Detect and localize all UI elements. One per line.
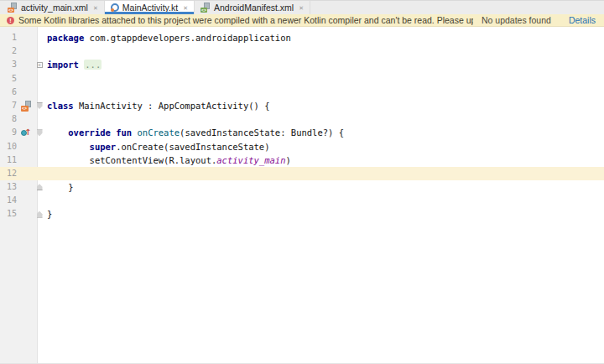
line-number: 7 (0, 99, 17, 112)
code-line[interactable]: 15} (0, 207, 604, 221)
gutter-icon-cell (17, 86, 35, 99)
line-number: 11 (0, 153, 17, 167)
fold-cell[interactable] (35, 58, 44, 71)
fold-marker-icon[interactable] (37, 102, 43, 109)
gutter-icon-cell (17, 180, 35, 194)
gutter-icon-cell (17, 167, 35, 180)
fold-cell (35, 140, 44, 153)
manifest-xml-file-icon (200, 3, 211, 13)
fold-cell[interactable] (35, 207, 44, 221)
line-number: 13 (0, 180, 17, 194)
gutter-icon-cell (17, 153, 35, 167)
line-number: 14 (0, 194, 17, 207)
close-tab-icon[interactable]: ✕ (183, 5, 188, 11)
layout-xml-file-icon (8, 3, 18, 13)
gutter-icon-cell (17, 72, 35, 86)
code-line[interactable]: 12 (0, 167, 604, 180)
details-link[interactable]: Details (569, 15, 596, 25)
fold-cell (35, 167, 44, 180)
fold-marker-icon[interactable] (37, 211, 43, 218)
fold-cell (35, 72, 44, 86)
line-number: 5 (0, 72, 17, 86)
banner-status: No updates found (482, 15, 551, 25)
close-tab-icon[interactable]: ✕ (299, 5, 304, 11)
fold-marker-icon[interactable] (37, 129, 43, 136)
editor-tab-bar: activity_main.xml ✕ MainActivity.kt ✕ An… (0, 1, 604, 14)
gutter-icon-cell[interactable] (17, 99, 35, 112)
gutter-icon-cell (17, 58, 35, 71)
code-line[interactable]: 7class MainActivity : AppCompatActivity(… (0, 99, 604, 112)
code-line[interactable]: 3import ... (0, 58, 604, 71)
code-line[interactable]: 6 (0, 86, 604, 99)
line-number: 2 (0, 44, 17, 58)
code-line[interactable]: 11 setContentView(R.layout.activity_main… (0, 153, 604, 167)
code-line[interactable]: 8 (0, 112, 604, 126)
gutter-icon-cell (17, 44, 35, 58)
fold-cell (35, 112, 44, 126)
code-line[interactable]: 10 super.onCreate(savedInstanceState) (0, 140, 604, 153)
code-text: override fun onCreate(savedInstanceState… (44, 126, 344, 139)
gutter-override-icon[interactable] (21, 127, 32, 138)
kotlin-class-file-icon (111, 3, 119, 12)
fold-marker-icon[interactable] (37, 62, 43, 68)
fold-cell[interactable] (35, 126, 44, 139)
code-line[interactable]: 2 (0, 44, 604, 58)
code-text: super.onCreate(savedInstanceState) (44, 140, 270, 153)
line-number: 15 (0, 207, 17, 221)
gutter-icon-cell (17, 194, 35, 207)
gutter-icon-cell (17, 207, 35, 221)
banner-message: Some Kotlin libraries attached to this p… (18, 15, 473, 25)
gutter-icon-cell (17, 112, 35, 126)
fold-cell (35, 44, 44, 58)
tab-mainactivity-kt[interactable]: MainActivity.kt ✕ (105, 1, 195, 14)
tab-label: MainActivity.kt (122, 3, 178, 13)
editor-lines: 1package com.gtappdevelopers.androidappl… (0, 31, 604, 221)
line-number: 8 (0, 112, 17, 126)
fold-cell (35, 153, 44, 167)
close-tab-icon[interactable]: ✕ (93, 5, 98, 11)
fold-cell[interactable] (35, 99, 44, 112)
line-number: 10 (0, 140, 17, 153)
code-editor[interactable]: 1package com.gtappdevelopers.androidappl… (0, 27, 604, 364)
fold-cell[interactable] (35, 180, 44, 194)
line-number: 3 (0, 58, 17, 71)
line-number: 12 (0, 167, 17, 180)
error-icon: ! (7, 17, 14, 24)
code-text: import ... (44, 58, 102, 71)
gutter-icon-cell (17, 31, 35, 44)
line-number: 1 (0, 31, 17, 44)
code-line[interactable]: 1package com.gtappdevelopers.androidappl… (0, 31, 604, 44)
tab-activity-main-xml[interactable]: activity_main.xml ✕ (2, 1, 105, 14)
line-number: 6 (0, 86, 17, 99)
fold-cell (35, 31, 44, 44)
gutter-icon-cell[interactable] (17, 126, 35, 139)
ide-window: activity_main.xml ✕ MainActivity.kt ✕ An… (0, 0, 604, 364)
gutter-icon-cell (17, 140, 35, 153)
code-text: setContentView(R.layout.activity_main) (44, 153, 291, 167)
gutter-activity-icon[interactable] (21, 101, 32, 112)
code-line[interactable]: 14 (0, 194, 604, 207)
code-text: package com.gtappdevelopers.androidappli… (44, 31, 291, 44)
notification-banner: ! Some Kotlin libraries attached to this… (0, 14, 604, 27)
code-text: } (44, 180, 74, 194)
fold-marker-icon[interactable] (37, 184, 43, 190)
tab-label: activity_main.xml (21, 3, 88, 13)
code-text: class MainActivity : AppCompatActivity()… (44, 99, 270, 112)
code-line[interactable]: 9 override fun onCreate(savedInstanceSta… (0, 126, 604, 139)
code-text: } (44, 207, 52, 221)
line-number: 9 (0, 126, 17, 139)
code-line[interactable]: 5 (0, 72, 604, 86)
fold-cell (35, 86, 44, 99)
tab-label: AndroidManifest.xml (214, 3, 294, 13)
fold-cell (35, 194, 44, 207)
code-line[interactable]: 13 } (0, 180, 604, 194)
tab-androidmanifest-xml[interactable]: AndroidManifest.xml ✕ (195, 1, 310, 14)
